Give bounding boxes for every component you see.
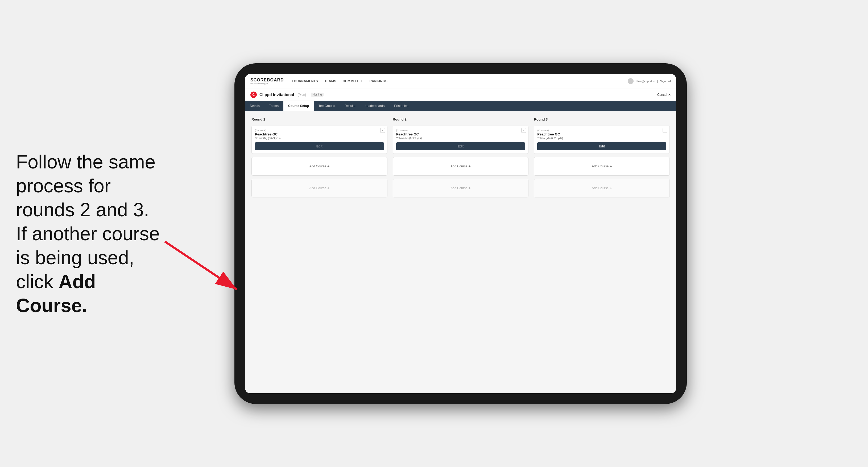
round-1-course-label: (Course A) bbox=[255, 129, 384, 132]
round-3-delete-button[interactable]: × bbox=[662, 128, 668, 133]
round-2-add-course-2: Add Course + bbox=[393, 179, 529, 197]
round-1-course-card: × (Course A) Peachtree GC Yellow (M) (66… bbox=[251, 126, 388, 154]
round-2-title: Round 2 bbox=[393, 117, 529, 121]
round-1-add-course-2-label: Add Course bbox=[309, 186, 326, 190]
round-2-course-card: × (Course A) Peachtree GC Yellow (M) (66… bbox=[393, 126, 529, 154]
tab-details[interactable]: Details bbox=[245, 101, 265, 111]
tab-leaderboards[interactable]: Leaderboards bbox=[360, 101, 389, 111]
round-1-add-plus-icon-2: + bbox=[327, 186, 330, 190]
tab-bar: Details Teams Course Setup Tee Groups Re… bbox=[245, 101, 676, 111]
tab-printables[interactable]: Printables bbox=[389, 101, 413, 111]
tablet-screen: SCOREBOARD Powered by clippd TOURNAMENTS… bbox=[245, 74, 676, 393]
round-2-course-details: Yellow (M) (6629 yds) bbox=[396, 137, 525, 140]
round-2-edit-button[interactable]: Edit bbox=[396, 143, 525, 150]
round-1-title: Round 1 bbox=[251, 117, 388, 121]
round-1-edit-button[interactable]: Edit bbox=[255, 143, 384, 150]
nav-tournaments[interactable]: TOURNAMENTS bbox=[292, 78, 318, 84]
round-2-add-plus-icon-1: + bbox=[469, 164, 471, 168]
round-3-add-plus-icon-2: + bbox=[610, 186, 612, 190]
round-3-add-course-1-label: Add Course bbox=[592, 164, 609, 168]
round-2-add-course-1[interactable]: Add Course + bbox=[393, 157, 529, 176]
round-3-course-label: (Course A) bbox=[537, 129, 666, 132]
annotation-line3: rounds 2 and 3. bbox=[16, 199, 149, 220]
nav-committee[interactable]: COMMITTEE bbox=[343, 78, 363, 84]
sub-header: C Clippd Invitational (Men) Hosting Canc… bbox=[245, 89, 676, 101]
tab-tee-groups[interactable]: Tee Groups bbox=[314, 101, 340, 111]
svg-line-1 bbox=[165, 242, 237, 289]
clippd-logo-icon: C bbox=[250, 92, 257, 98]
tournament-name: Clippd Invitational bbox=[259, 92, 294, 97]
logo-area: SCOREBOARD Powered by clippd bbox=[250, 78, 284, 85]
rounds-grid: Round 1 × (Course A) Peachtree GC Yellow… bbox=[251, 117, 670, 197]
logo-sub: Powered by clippd bbox=[250, 83, 284, 85]
round-2-delete-button[interactable]: × bbox=[521, 128, 526, 133]
nav-teams[interactable]: TEAMS bbox=[324, 78, 336, 84]
annotation-line5: is being used, bbox=[16, 247, 134, 268]
round-3-column: Round 3 × (Course A) Peachtree GC Yellow… bbox=[534, 117, 670, 197]
round-3-add-course-2-label: Add Course bbox=[592, 186, 609, 190]
annotation-line1: Follow the same bbox=[16, 151, 155, 173]
user-email: blair@clippd.io bbox=[636, 80, 655, 83]
tab-results[interactable]: Results bbox=[340, 101, 360, 111]
round-1-column: Round 1 × (Course A) Peachtree GC Yellow… bbox=[251, 117, 388, 197]
nav-rankings[interactable]: RANKINGS bbox=[369, 78, 388, 84]
round-2-add-course-2-label: Add Course bbox=[451, 186, 467, 190]
nav-separator: | bbox=[657, 80, 658, 83]
round-3-edit-button[interactable]: Edit bbox=[537, 143, 666, 150]
round-2-column: Round 2 × (Course A) Peachtree GC Yellow… bbox=[393, 117, 529, 197]
logo-text: SCOREBOARD bbox=[250, 78, 284, 83]
tablet-device: SCOREBOARD Powered by clippd TOURNAMENTS… bbox=[235, 63, 687, 404]
round-3-course-details: Yellow (M) (6629 yds) bbox=[537, 137, 666, 140]
nav-right: blair@clippd.io | Sign out bbox=[628, 78, 671, 84]
tab-course-setup[interactable]: Course Setup bbox=[283, 101, 314, 111]
page-wrapper: Follow the same process for rounds 2 and… bbox=[0, 0, 868, 467]
round-3-title: Round 3 bbox=[534, 117, 670, 121]
round-1-course-details: Yellow (M) (6629 yds) bbox=[255, 137, 384, 140]
round-1-add-course-1[interactable]: Add Course + bbox=[251, 157, 388, 176]
hosting-badge: Hosting bbox=[311, 93, 323, 97]
sign-out-link[interactable]: Sign out bbox=[660, 80, 671, 83]
round-2-course-label: (Course A) bbox=[396, 129, 525, 132]
arrow-indicator bbox=[149, 226, 255, 306]
round-3-add-course-1[interactable]: Add Course + bbox=[534, 157, 670, 176]
round-1-add-course-2: Add Course + bbox=[251, 179, 388, 197]
top-nav: SCOREBOARD Powered by clippd TOURNAMENTS… bbox=[245, 74, 676, 89]
avatar bbox=[628, 78, 633, 84]
round-3-course-card: × (Course A) Peachtree GC Yellow (M) (66… bbox=[534, 126, 670, 154]
round-3-add-course-2: Add Course + bbox=[534, 179, 670, 197]
sub-header-left: C Clippd Invitational (Men) Hosting bbox=[250, 92, 323, 98]
cancel-button[interactable]: Cancel ✕ bbox=[657, 93, 671, 97]
annotation-line6: click bbox=[16, 271, 59, 292]
round-2-add-course-1-label: Add Course bbox=[451, 164, 467, 168]
round-1-add-course-1-label: Add Course bbox=[309, 164, 326, 168]
round-2-add-plus-icon-2: + bbox=[469, 186, 471, 190]
round-2-course-name: Peachtree GC bbox=[396, 132, 525, 136]
annotation-line4: If another course bbox=[16, 223, 160, 244]
round-3-course-name: Peachtree GC bbox=[537, 132, 666, 136]
main-content: Round 1 × (Course A) Peachtree GC Yellow… bbox=[245, 111, 676, 393]
round-1-course-name: Peachtree GC bbox=[255, 132, 384, 136]
round-1-delete-button[interactable]: × bbox=[380, 128, 385, 133]
round-1-add-plus-icon-1: + bbox=[327, 164, 330, 168]
tab-teams[interactable]: Teams bbox=[265, 101, 283, 111]
annotation-line2: process for bbox=[16, 175, 111, 196]
tournament-format: (Men) bbox=[298, 93, 306, 97]
nav-links: TOURNAMENTS TEAMS COMMITTEE RANKINGS bbox=[292, 78, 628, 84]
round-3-add-plus-icon-1: + bbox=[610, 164, 612, 168]
annotation-block: Follow the same process for rounds 2 and… bbox=[16, 150, 170, 317]
